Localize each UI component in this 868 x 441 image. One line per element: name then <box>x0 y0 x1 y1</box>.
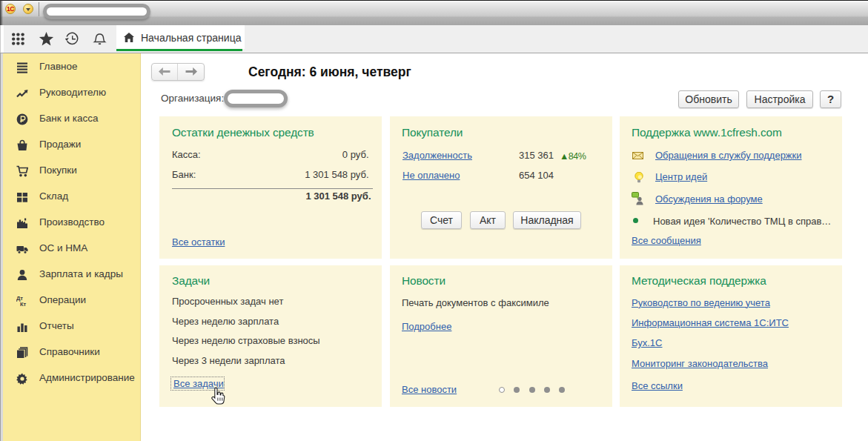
svg-text:Кт: Кт <box>20 301 27 307</box>
